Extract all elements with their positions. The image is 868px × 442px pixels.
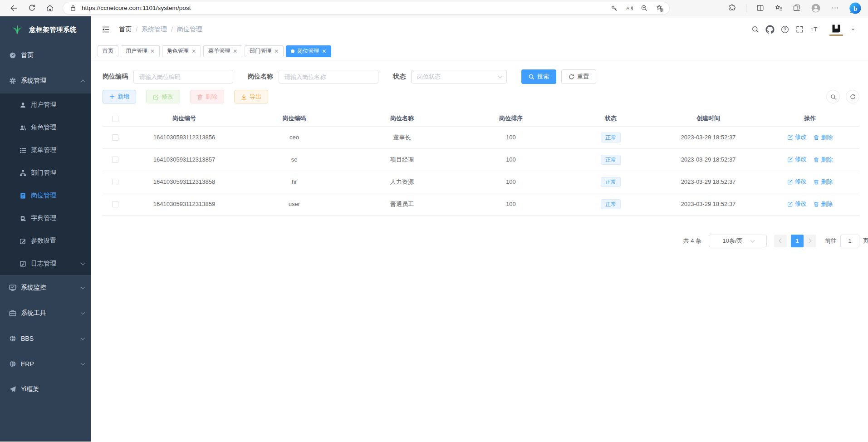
tab-user-management[interactable]: 用户管理 ✕ [121, 45, 160, 57]
search-icon[interactable] [751, 25, 760, 34]
row-delete-link[interactable]: 删除 [814, 133, 833, 142]
read-aloud-icon[interactable]: A [625, 4, 633, 12]
row-edit-link[interactable]: 修改 [787, 200, 807, 208]
password-key-icon[interactable] [610, 4, 618, 12]
row-checkbox[interactable] [112, 157, 118, 163]
tab-role-management[interactable]: 角色管理 ✕ [162, 45, 201, 57]
post-code-input[interactable] [133, 70, 233, 83]
row-checkbox[interactable] [112, 179, 118, 185]
close-tab-icon[interactable]: ✕ [150, 49, 155, 54]
browser-home-button[interactable] [41, 1, 59, 15]
sidebar-item-erp[interactable]: ERP [0, 351, 91, 377]
toggle-search-button[interactable] [826, 90, 840, 103]
edit-button[interactable]: 修改 [146, 90, 180, 103]
sidebar-item-menus[interactable]: 菜单管理 [0, 139, 91, 162]
cell-created-time: 2023-03-29 18:52:37 [656, 126, 760, 148]
breadcrumb: 首页 / 系统管理 / 岗位管理 [119, 25, 202, 34]
row-delete-link[interactable]: 删除 [814, 156, 833, 164]
favorite-add-icon[interactable] [655, 4, 664, 12]
sidebar-item-roles[interactable]: 角色管理 [0, 116, 91, 139]
sidebar-item-logs[interactable]: 日志管理 [0, 252, 91, 275]
row-edit-link[interactable]: 修改 [787, 133, 807, 141]
user-avatar[interactable] [828, 21, 844, 38]
close-tab-icon[interactable]: ✕ [191, 49, 196, 54]
goto-label: 前往 [825, 237, 837, 245]
column-header: 岗位排序 [456, 111, 565, 126]
tab-menu-management[interactable]: 菜单管理 ✕ [203, 45, 242, 57]
font-size-icon[interactable]: TT [810, 25, 820, 34]
page-number-button[interactable]: 1 [791, 235, 804, 247]
sidebar-item-system[interactable]: 系统管理 [0, 68, 91, 93]
tab-label: 首页 [103, 47, 113, 55]
copilot-bing-icon[interactable]: b [849, 2, 862, 15]
fullscreen-icon[interactable] [795, 25, 804, 34]
row-delete-link[interactable]: 删除 [814, 178, 833, 186]
post-name-input[interactable] [279, 70, 378, 83]
page-size-select[interactable]: 10条/页 [709, 235, 767, 247]
select-all-checkbox[interactable] [112, 116, 118, 122]
refresh-table-button[interactable] [846, 90, 859, 103]
caret-down-icon[interactable] [850, 26, 856, 33]
sidebar-item-bbs[interactable]: BBS [0, 326, 91, 351]
svg-text:A: A [626, 5, 629, 10]
collections-icon[interactable] [792, 4, 801, 12]
row-checkbox[interactable] [112, 201, 118, 207]
favorites-bar-icon[interactable] [774, 4, 783, 12]
status-select[interactable]: 岗位状态 [411, 70, 507, 83]
search-button[interactable]: 搜索 [521, 69, 556, 84]
row-edit-link[interactable]: 修改 [787, 155, 807, 163]
reset-button[interactable]: 重置 [561, 69, 596, 84]
tab-home[interactable]: 首页 [98, 45, 118, 57]
row-delete-link[interactable]: 删除 [814, 200, 833, 208]
browser-more-icon[interactable] [831, 4, 839, 12]
export-button[interactable]: 导出 [234, 90, 268, 103]
svg-text:T: T [811, 28, 814, 32]
row-checkbox[interactable] [112, 134, 118, 141]
tab-post-management[interactable]: 岗位管理 ✕ [286, 45, 331, 57]
table-settings [826, 90, 859, 103]
collapse-sidebar-icon[interactable] [101, 25, 110, 34]
split-screen-icon[interactable] [756, 4, 765, 12]
log-icon [19, 260, 26, 267]
sidebar-item-yi-framework[interactable]: Yi框架 [0, 377, 91, 402]
browser-profile-icon[interactable] [810, 3, 821, 14]
add-button[interactable]: 新增 [103, 90, 136, 103]
tab-department-management[interactable]: 部门管理 ✕ [245, 45, 284, 57]
avatar-underline [829, 34, 843, 36]
close-tab-icon[interactable]: ✕ [322, 49, 326, 54]
sidebar-item-tools[interactable]: 系统工具 [0, 300, 91, 326]
browser-refresh-button[interactable] [23, 1, 41, 15]
close-tab-icon[interactable]: ✕ [233, 49, 237, 54]
next-page-button[interactable] [804, 235, 816, 247]
goto-page-input[interactable] [840, 235, 859, 247]
address-bar[interactable]: https://ccnetcore.com:1101/system/post A [63, 2, 670, 15]
sidebar-item-dictionary[interactable]: 字典管理 [0, 207, 91, 230]
sidebar-item-users[interactable]: 用户管理 [0, 93, 91, 116]
extensions-icon[interactable] [728, 4, 736, 12]
help-icon[interactable] [780, 25, 790, 34]
toolbox-icon [9, 309, 16, 317]
pagination: 共 4 条 10条/页 1 前往 页 [103, 235, 868, 247]
dashboard-icon [9, 52, 16, 59]
sidebar-item-posts[interactable]: 岗位管理 [0, 184, 91, 207]
breadcrumb-item[interactable]: 首页 [119, 25, 132, 34]
sidebar-item-departments[interactable]: 部门管理 [0, 162, 91, 184]
trash-icon [814, 157, 819, 162]
prev-page-button[interactable] [774, 235, 787, 247]
row-edit-link[interactable]: 修改 [787, 177, 807, 186]
tags-view-bar: 首页 用户管理 ✕ 角色管理 ✕ 菜单管理 ✕ 部门管理 ✕ 岗位管理 ✕ [91, 42, 868, 60]
browser-back-button[interactable] [5, 1, 23, 15]
breadcrumb-item[interactable]: 系统管理 [142, 25, 167, 34]
goto-suffix: 页 [863, 237, 868, 245]
sidebar-item-parameters[interactable]: 参数设置 [0, 230, 91, 252]
sidebar-item-label: 岗位管理 [31, 192, 56, 200]
site-info-lock-icon[interactable] [69, 5, 77, 12]
github-icon[interactable] [765, 25, 775, 34]
delete-button[interactable]: 删除 [190, 90, 224, 103]
close-tab-icon[interactable]: ✕ [274, 49, 279, 54]
sidebar-item-monitor[interactable]: 系统监控 [0, 275, 91, 300]
header-actions: TT [751, 21, 856, 38]
zoom-out-icon[interactable] [640, 4, 648, 12]
sidebar-item-home[interactable]: 首页 [0, 43, 91, 68]
sidebar-item-label: 角色管理 [31, 123, 56, 132]
